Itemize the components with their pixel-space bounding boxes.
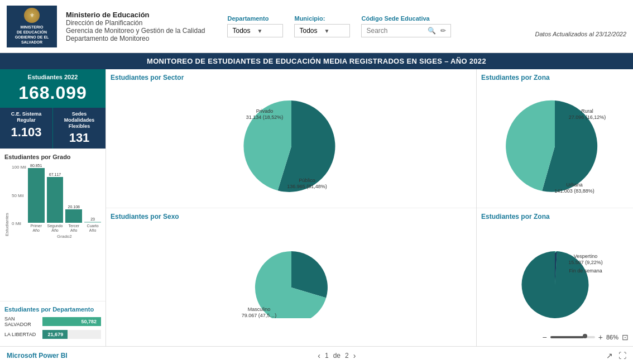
dept-row-2: LA LIBERTAD 21,679 (4, 330, 101, 339)
update-date: Datos Actualizados al 23/12/2022 (535, 31, 626, 37)
sector-pie-container: Privado 31.134 (18,52%) Público 136.965 … (111, 84, 472, 203)
zona-panel-top: Estudiantes por Zona Rural 27.096 (16,12… (477, 69, 633, 208)
dept-title: Estudiantes por Departamento (4, 306, 101, 313)
share-icon[interactable]: ↗ (606, 351, 613, 360)
bar4-label: Cuarto Año (84, 224, 101, 232)
bar4-value: 23 (90, 217, 95, 221)
footer-icons: ↗ ⛶ (606, 351, 626, 360)
eraser-icon[interactable]: ✏ (440, 27, 446, 35)
dept-name-2: LA LIBERTAD (4, 332, 42, 337)
chevron-down-icon: ▼ (257, 28, 278, 34)
municipio-select[interactable]: Todos ▼ (294, 24, 350, 37)
logo-text: MINISTERIO DE EDUCACIÓN GOBIERNO DE EL S… (15, 25, 49, 45)
departamento-filter: Departamento Todos ▼ (227, 15, 283, 37)
y-axis-label: Estudiantes (4, 164, 9, 236)
bar1 (28, 168, 45, 223)
search-box: 🔍 ✏ (361, 24, 451, 37)
kpi-row: C.E. Sistema Regular 1.103 Sedes Modalid… (0, 108, 106, 149)
zona2-pie: Vespertino 15.507 (9,22%) Fin de semana (488, 246, 622, 318)
sector-title: Estudiantes por Sector (111, 74, 184, 82)
zona-urban-value: 141.003 (83,88%) (554, 188, 594, 194)
bar2-value: 67.117 (49, 173, 61, 176)
kpi-ce-value: 1.103 (4, 125, 48, 140)
zona2-vespertino-value: 15.507 (9,22%) (568, 260, 603, 266)
right-panel: Estudiantes por Zona Rural 27.096 (16,12… (477, 69, 633, 346)
bar2 (47, 177, 64, 223)
bar-chart-panel: Estudiantes por Grado Estudiantes 100 Mi… (0, 149, 106, 301)
x-axis-label: Grado2 (28, 234, 101, 239)
zona-panel-bottom: Estudiantes por Zona Vespertino 15.507 (… (477, 208, 633, 347)
zona2-vespertino-label: Vespertino (574, 254, 598, 260)
bar-segundo-año: 67.117 Segundo Año (47, 173, 64, 232)
codigo-label: Código Sede Educativa (361, 15, 451, 22)
sexo-title: Estudiantes por Sexo (111, 213, 179, 221)
bar-primer-año: 80.851 Primer Año (28, 164, 45, 232)
dept-bar-fill-2: 21,679 (42, 330, 68, 339)
kpi-sedes-label: Sedes Modalidades Flexibles (57, 111, 101, 129)
departamento-select[interactable]: Todos ▼ (227, 24, 283, 37)
bar1-value: 80.851 (30, 164, 42, 167)
header: ⚜ MINISTERIO DE EDUCACIÓN GOBIERNO DE EL… (0, 0, 633, 53)
departamento-label: Departamento (227, 15, 283, 22)
dept-bar-fill-1: 50,782 (42, 317, 101, 326)
zoom-plus-icon[interactable]: + (598, 333, 603, 342)
y-axis-0: 0 Mil (12, 221, 26, 226)
bar-tercer-año: 20.108 Tercer Año (65, 205, 82, 232)
sector-private-label: Privado (256, 108, 273, 114)
kpi-ce-label: C.E. Sistema Regular (4, 111, 48, 123)
search-icon: 🔍 (428, 27, 436, 35)
dept-value-2: 21,679 (48, 332, 66, 337)
zoom-slider[interactable] (550, 336, 595, 338)
sector-public-label: Público (299, 178, 315, 183)
sexo-male-label: Masculino (247, 307, 270, 313)
zoom-minus-icon[interactable]: − (543, 333, 547, 342)
next-page-button[interactable]: › (353, 351, 356, 360)
fullscreen-icon[interactable]: ⛶ (618, 351, 626, 360)
footer: Microsoft Power BI ‹ 1 de 2 › ↗ ⛶ (0, 346, 633, 364)
zona-pie-container: Rural 27.096 (16,12%) Urbana 141.003 (83… (481, 84, 629, 203)
zoom-controls: − + 86% ⊡ (543, 333, 629, 342)
sector-panel: Estudiantes por Sector Privado (106, 69, 476, 208)
header-titles: Ministerio de Educación Dirección de Pla… (66, 11, 205, 42)
footer-nav: ‹ 1 de 2 › (318, 351, 356, 360)
zona2-pie-container: Vespertino 15.507 (9,22%) Fin de semana (481, 223, 629, 342)
y-axis-100: 100 Mil (12, 165, 26, 170)
kpi-estudiantes-label: Estudiantes 2022 (6, 74, 100, 80)
chevron-down-icon: ▼ (324, 28, 345, 34)
codigo-filter: Código Sede Educativa 🔍 ✏ (361, 15, 451, 37)
org-title1: Ministerio de Educación (66, 11, 205, 19)
zoom-handle[interactable] (583, 334, 587, 338)
dept-row-1: SAN SALVADOR 50,782 (4, 316, 101, 327)
dept-name-1: SAN SALVADOR (4, 316, 42, 327)
zona-rural-value: 27.096 (16,12%) (569, 114, 606, 120)
dept-bar-bg-2: 21,679 (42, 330, 101, 339)
kpi-sedes-value: 131 (57, 131, 101, 145)
header-filters: Departamento Todos ▼ Municipio: Todos ▼ … (227, 15, 626, 37)
sector-private-value: 31.134 (18,52%) (246, 114, 283, 120)
org-title4: Departamento de Monitoreo (66, 35, 205, 42)
fit-screen-icon[interactable]: ⊡ (622, 333, 629, 342)
kpi-estudiantes-value: 168.099 (6, 83, 100, 103)
bar-chart-title: Estudiantes por Grado (4, 154, 101, 160)
powerbi-link[interactable]: Microsoft Power BI (7, 352, 68, 360)
bar3-value: 20.108 (68, 205, 80, 209)
zoom-track (550, 336, 584, 338)
search-input[interactable] (366, 27, 428, 35)
municipio-filter: Municipio: Todos ▼ (294, 15, 350, 37)
sector-pie: Privado 31.134 (18,52%) Público 136.965 … (230, 90, 353, 197)
left-panel: Estudiantes 2022 168.099 C.E. Sistema Re… (0, 69, 106, 346)
sector-public-value: 136.965 (81,48%) (287, 184, 327, 189)
bar1-label: Primer Año (28, 224, 45, 232)
content-area: Estudiantes 2022 168.099 C.E. Sistema Re… (0, 69, 633, 346)
zona-title-bottom: Estudiantes por Zona (481, 213, 550, 221)
bar-cuarto-año: 23 Cuarto Año (84, 217, 101, 232)
dept-panel: Estudiantes por Departamento SAN SALVADO… (0, 301, 106, 346)
org-title2: Dirección de Planificación (66, 19, 205, 27)
dept-bar-bg-1: 50,782 (42, 317, 101, 326)
prev-page-button[interactable]: ‹ (318, 351, 320, 360)
sexo-pie: Masculino 79.067 (47,5…) (230, 246, 353, 318)
municipio-label: Municipio: (294, 15, 350, 22)
page-banner: MONITOREO DE ESTUDIANTES DE EDUCACIÓN ME… (0, 53, 633, 69)
zoom-value: 86% (606, 334, 618, 341)
zona-urban-label: Urbana (566, 182, 583, 188)
